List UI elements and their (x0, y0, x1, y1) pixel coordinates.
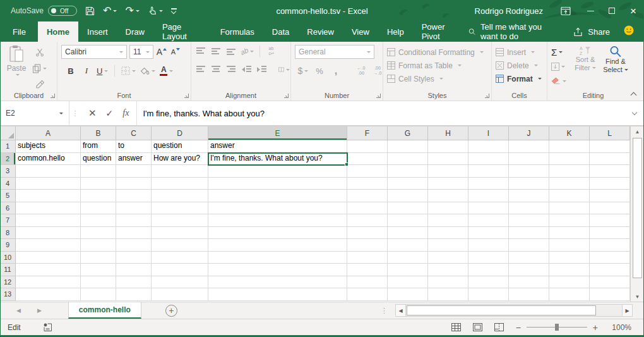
cell-B9[interactable] (81, 239, 116, 252)
cell-C3[interactable] (116, 165, 152, 178)
cell-K6[interactable] (549, 202, 590, 215)
number-dialog-launcher[interactable] (376, 93, 381, 98)
cell-D7[interactable] (152, 214, 208, 227)
cell-G12[interactable] (388, 276, 428, 289)
cell-L5[interactable] (590, 190, 630, 202)
touch-mouse-mode-button[interactable] (148, 6, 163, 16)
cell-I8[interactable] (468, 227, 509, 240)
cell-C8[interactable] (116, 227, 152, 240)
cell-G2[interactable] (388, 153, 428, 166)
undo-button[interactable]: ↶ (103, 6, 117, 16)
touch-mode-dropdown-arrow[interactable] (159, 10, 163, 12)
increase-decimal-button[interactable]: ←.0.00 (355, 64, 367, 77)
cell-F8[interactable] (347, 227, 388, 240)
cell-I3[interactable] (468, 165, 509, 178)
accounting-dropdown-arrow[interactable] (304, 70, 308, 72)
sort-filter-button[interactable]: AZ Sort & Filter (570, 46, 600, 90)
column-header-F[interactable]: F (347, 126, 388, 140)
cell-F4[interactable] (347, 178, 388, 190)
vertical-scroll-track[interactable] (631, 279, 644, 291)
cell-I2[interactable] (468, 153, 509, 166)
alignment-dialog-launcher[interactable] (283, 93, 289, 98)
conditional-formatting-button[interactable]: Conditional Formatting (387, 46, 489, 59)
cell-G11[interactable] (388, 264, 428, 276)
cell-D6[interactable] (152, 202, 208, 215)
column-header-B[interactable]: B (81, 126, 116, 140)
cell-H6[interactable] (428, 202, 468, 215)
cell-C1[interactable]: to (116, 140, 152, 153)
cell-H3[interactable] (428, 165, 468, 178)
cell-L9[interactable] (590, 239, 630, 252)
cell-F13[interactable] (347, 288, 388, 301)
maximize-button[interactable] (601, 0, 623, 21)
cell-D4[interactable] (152, 178, 208, 190)
align-left-button[interactable] (195, 63, 206, 76)
cell-L10[interactable] (590, 252, 630, 264)
new-sheet-button[interactable]: + (165, 305, 177, 317)
cell-K10[interactable] (549, 252, 590, 264)
cell-B10[interactable] (81, 252, 116, 264)
vertical-scroll-thumb[interactable] (633, 138, 642, 278)
cell-H13[interactable] (428, 288, 468, 301)
row-header-7[interactable]: 7 (0, 214, 16, 227)
underline-button[interactable]: U (97, 64, 108, 77)
horizontal-scrollbar[interactable]: ◀ ▶ (395, 302, 633, 319)
cell-E10[interactable] (208, 252, 347, 264)
insert-function-button[interactable]: fx (122, 108, 129, 118)
column-header-E[interactable]: E (208, 126, 347, 140)
cell-H11[interactable] (428, 264, 468, 276)
cell-A12[interactable] (16, 276, 81, 289)
comma-style-button[interactable]: , (330, 64, 342, 77)
percent-style-button[interactable]: % (314, 64, 325, 77)
cell-A1[interactable]: subjects (16, 140, 81, 153)
cell-K8[interactable] (549, 227, 590, 240)
cell-A11[interactable] (16, 264, 81, 276)
cell-C9[interactable] (116, 239, 152, 252)
clear-dropdown-arrow[interactable] (563, 80, 566, 82)
horizontal-scroll-track[interactable] (406, 304, 622, 317)
autosave-toggle[interactable]: Off (48, 6, 77, 16)
cell-K13[interactable] (549, 288, 590, 301)
cell-C4[interactable] (116, 178, 152, 190)
bottom-align-button[interactable] (225, 45, 237, 58)
cell-D3[interactable] (152, 165, 208, 178)
horizontal-scroll-thumb[interactable] (407, 305, 596, 316)
cell-styles-button[interactable]: Cell Styles (387, 72, 489, 85)
cell-J3[interactable] (509, 165, 549, 178)
row-header-3[interactable]: 3 (0, 165, 16, 178)
cut-button[interactable] (32, 46, 47, 59)
cell-A9[interactable] (16, 239, 81, 252)
cell-H12[interactable] (428, 276, 468, 289)
share-button[interactable]: Share (573, 27, 610, 37)
cancel-button[interactable]: ✕ (88, 107, 97, 119)
vertical-scrollbar[interactable]: ▲ ▼ (630, 126, 644, 302)
borders-button[interactable] (121, 64, 136, 77)
cell-G7[interactable] (388, 214, 428, 227)
cell-H9[interactable] (428, 239, 468, 252)
column-header-I[interactable]: I (468, 126, 509, 140)
tab-help[interactable]: Help (378, 21, 413, 42)
cell-I6[interactable] (468, 202, 509, 215)
cell-L11[interactable] (590, 264, 630, 276)
cell-F11[interactable] (347, 264, 388, 276)
cell-F6[interactable] (347, 202, 388, 215)
cell-D10[interactable] (152, 252, 208, 264)
cell-I12[interactable] (468, 276, 509, 289)
cell-E3[interactable] (208, 165, 347, 178)
cell-F1[interactable] (347, 140, 388, 153)
cell-F2[interactable] (347, 153, 388, 166)
cell-K9[interactable] (549, 239, 590, 252)
cell-B4[interactable] (81, 178, 116, 190)
fill-handle[interactable] (345, 162, 349, 166)
cell-E8[interactable] (208, 227, 347, 240)
cell-L13[interactable] (590, 288, 630, 301)
cell-K4[interactable] (549, 178, 590, 190)
cell-K3[interactable] (549, 165, 590, 178)
page-layout-view-button[interactable] (473, 323, 482, 331)
cell-H10[interactable] (428, 252, 468, 264)
font-color-dropdown-arrow[interactable] (169, 70, 173, 72)
wrap-text-button[interactable]: abc↵ (266, 45, 277, 58)
autosum-button[interactable]: Σ (551, 46, 566, 58)
tab-power-pivot[interactable]: Power Pivot (413, 21, 469, 42)
find-select-button[interactable]: Find & Select (600, 46, 631, 90)
